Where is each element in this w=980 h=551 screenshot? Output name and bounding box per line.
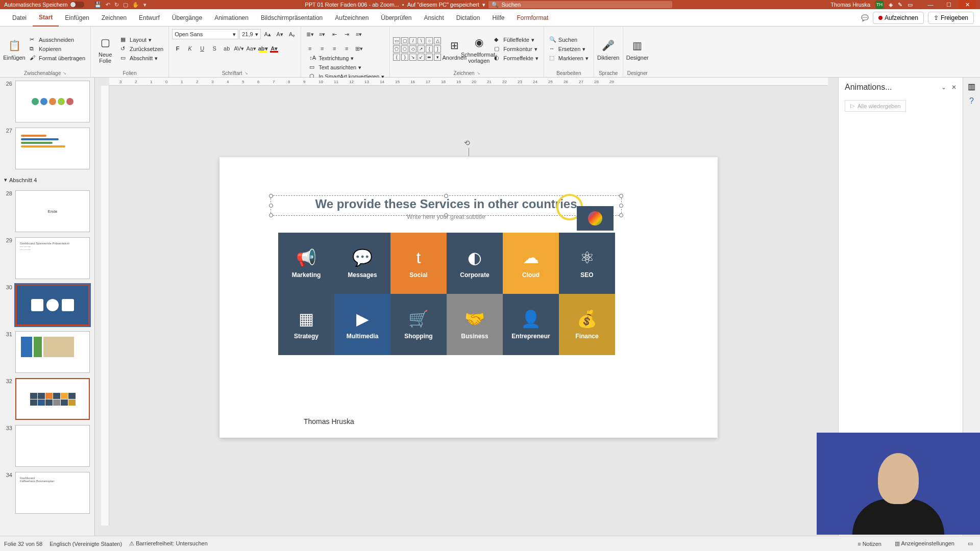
accessibility-check[interactable]: ⚠ Barrierefreiheit: Untersuchen [129, 540, 208, 547]
font-family-select[interactable]: Open Sans▾ [172, 29, 238, 39]
columns-button[interactable]: ⊞▾ [353, 43, 364, 54]
text-shadow-button[interactable]: ab [221, 43, 232, 54]
strikethrough-button[interactable]: S [209, 43, 220, 54]
slide-thumbnail-27[interactable] [15, 128, 90, 169]
share-button[interactable]: ⇪Freigeben [928, 12, 974, 24]
format-painter-button[interactable]: 🖌Format übertragen [28, 54, 87, 62]
section-button[interactable]: ▭Abschnitt▾ [118, 54, 165, 62]
decrease-indent-icon[interactable]: ⇤ [329, 29, 340, 40]
horizontal-ruler[interactable]: 3210123456789101112131415161718192021222… [109, 78, 828, 86]
new-slide-button[interactable]: ▢Neue Folie [94, 34, 116, 64]
tab-einfuegen[interactable]: Einfügen [59, 9, 95, 27]
tab-aufzeichnen[interactable]: Aufzeichnen [329, 9, 375, 27]
close-button[interactable]: ✕ [959, 0, 976, 9]
tile-seo[interactable]: ⚛SEO [559, 233, 615, 294]
tab-ueberpruefen[interactable]: Überprüfen [375, 9, 418, 27]
language-indicator[interactable]: Englisch (Vereinigte Staaten) [50, 541, 122, 547]
user-name[interactable]: Thomas Hruska [830, 2, 870, 8]
align-left-icon[interactable]: ≡ [304, 43, 315, 54]
tile-business[interactable]: 🤝Business [447, 294, 503, 355]
undo-icon[interactable]: ↶ [106, 2, 110, 8]
layout-button[interactable]: ▦Layout▾ [118, 36, 165, 44]
play-all-button[interactable]: ▷Alle wiedergeben [845, 100, 906, 112]
increase-indent-icon[interactable]: ⇥ [341, 29, 352, 40]
change-case-button[interactable]: Aa▾ [246, 43, 257, 54]
bold-button[interactable]: F [172, 43, 183, 54]
close-pane-icon[interactable]: ✕ [951, 84, 957, 91]
reuse-slides-icon[interactable]: ▥ [968, 82, 975, 91]
shape-outline-button[interactable]: ▢Formkontur▾ [492, 45, 541, 53]
tab-formformat[interactable]: Formformat [510, 9, 554, 27]
minimize-button[interactable]: — [922, 0, 939, 9]
rotate-handle-icon[interactable]: ⟲ [464, 139, 473, 148]
tile-finance[interactable]: 💰Finance [559, 294, 615, 355]
tab-dictation[interactable]: Dictation [450, 9, 486, 27]
coming-soon-icon[interactable]: ✎ [898, 2, 902, 8]
clear-formatting-icon[interactable]: Aᵩ [286, 29, 298, 40]
tab-start[interactable]: Start [33, 9, 59, 27]
highlight-button[interactable]: ab▾ [258, 44, 268, 53]
slide-title[interactable]: We provide these Services in other count… [271, 197, 622, 211]
tile-entrepreneur[interactable]: 👤Entrepreneur [503, 294, 559, 355]
section-header[interactable]: ▾Abschnitt 4 [3, 174, 91, 185]
text-direction-button[interactable]: ↕ATextrichtung▾ [307, 54, 386, 62]
italic-button[interactable]: K [184, 43, 195, 54]
tile-cloud[interactable]: ☁Cloud [503, 233, 559, 294]
align-center-icon[interactable]: ≡ [316, 43, 328, 54]
tile-marketing[interactable]: 📢Marketing [278, 233, 334, 294]
tile-multimedia[interactable]: ▶Multimedia [334, 294, 390, 355]
slide-counter[interactable]: Folie 32 von 58 [4, 541, 42, 547]
slide[interactable]: ⟲ We provide these Services in other cou… [219, 157, 718, 438]
slide-thumbnail-32[interactable] [15, 378, 90, 420]
find-button[interactable]: 🔍Suchen [547, 36, 591, 44]
window-layout-icon[interactable]: ▭ [908, 2, 913, 8]
tile-strategy[interactable]: ▦Strategy [278, 294, 334, 355]
maximize-button[interactable]: ☐ [940, 0, 958, 9]
dialog-launcher-icon[interactable]: ↘ [477, 71, 480, 76]
slide-thumbnails-panel[interactable]: 26 27 ▾Abschnitt 4 28 Ende 29 Dashboard … [0, 78, 95, 536]
user-avatar[interactable]: TH [875, 1, 884, 9]
tab-ansicht[interactable]: Ansicht [418, 9, 450, 27]
chevron-down-icon[interactable]: ▾ [482, 2, 485, 8]
save-icon[interactable]: 💾 [94, 2, 102, 8]
slide-thumbnail-34[interactable]: DashboardKaffeehaus Businessplan [15, 472, 90, 514]
slide-thumbnail-26[interactable] [15, 81, 90, 122]
slide-thumbnail-31[interactable] [15, 331, 90, 373]
touch-mode-icon[interactable]: ✋ [132, 2, 139, 8]
char-spacing-button[interactable]: AV▾ [233, 43, 244, 54]
tab-datei[interactable]: Datei [6, 9, 33, 27]
display-settings-button[interactable]: ▥ Anzeigeeinstellungen [892, 539, 958, 548]
notes-button[interactable]: ≡ Notizen [854, 540, 885, 548]
slide-thumbnail-29[interactable]: Dashboard Spannende Präsentation— — —— —… [15, 237, 90, 279]
search-box[interactable]: 🔍 Suchen [488, 1, 672, 8]
slideshow-start-icon[interactable]: ▢ [123, 2, 128, 8]
designer-button[interactable]: ▥Designer [626, 34, 649, 64]
replace-button[interactable]: ↔Ersetzen▾ [547, 45, 591, 53]
justify-icon[interactable]: ≡ [341, 43, 352, 54]
underline-button[interactable]: U [197, 43, 208, 54]
dialog-launcher-icon[interactable]: ↘ [244, 71, 248, 76]
shape-fill-button[interactable]: ◆Fülleffekte▾ [492, 36, 541, 44]
tab-bildschirmpraesentation[interactable]: Bildschirmpräsentation [255, 9, 329, 27]
copy-button[interactable]: ⧉Kopieren [28, 45, 87, 53]
redo-icon[interactable]: ↻ [114, 2, 119, 8]
align-text-button[interactable]: ▭Text ausrichten▾ [307, 63, 386, 71]
tab-animationen[interactable]: Animationen [208, 9, 255, 27]
numbering-button[interactable]: ≡▾ [316, 29, 328, 40]
help-icon[interactable]: ? [969, 96, 974, 106]
shapes-gallery[interactable]: ▭▢/\○△ ⬠⬡◇↗{} ()↘↙⬌▾ [393, 37, 441, 61]
shape-effects-button[interactable]: ◐Formeffekte▾ [492, 54, 541, 62]
font-size-select[interactable]: 21,9▾ [239, 29, 261, 39]
dialog-launcher-icon[interactable]: ↘ [63, 71, 66, 76]
autosave-toggle[interactable]: Automatisches Speichern [4, 2, 84, 8]
slide-subtitle[interactable]: Write here your great subtitle [271, 213, 622, 220]
align-right-icon[interactable]: ≡ [329, 43, 340, 54]
decrease-font-icon[interactable]: A▾ [274, 29, 285, 40]
increase-font-icon[interactable]: A▴ [262, 29, 273, 40]
tab-entwurf[interactable]: Entwurf [133, 9, 166, 27]
line-spacing-button[interactable]: ≡▾ [353, 29, 364, 40]
tile-social[interactable]: tSocial [390, 233, 447, 294]
qat-more-icon[interactable]: ▾ [143, 2, 146, 8]
slide-thumbnail-30[interactable] [15, 284, 90, 326]
comments-icon[interactable]: 💬 [861, 14, 869, 21]
